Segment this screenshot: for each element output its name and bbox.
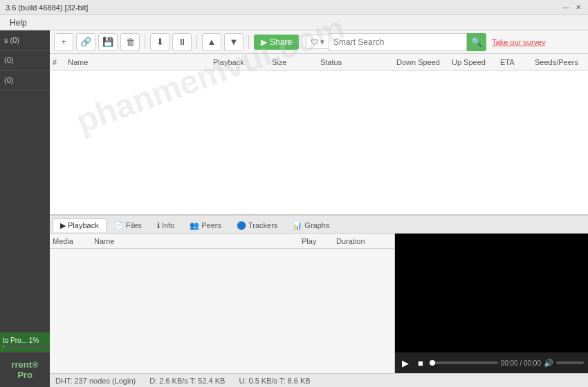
menu-bar: Help: [0, 15, 588, 30]
content-area: + 🔗 💾 🗑 ⬇ ⏸ ▲ ▼: [50, 30, 588, 387]
tab-playback[interactable]: ▶ Playback: [53, 218, 107, 232]
trackers-tab-icon: 🔵: [237, 221, 246, 230]
brand-name: rrent® Pro: [4, 359, 46, 380]
save-button[interactable]: 💾: [98, 33, 118, 51]
tab-peers[interactable]: 👥 Peers: [182, 218, 229, 232]
pb-col-play: Play: [302, 237, 336, 245]
close-button[interactable]: ✕: [574, 3, 582, 12]
sidebar-torrent-item[interactable]: to Pro... 1%: [0, 332, 50, 352]
peers-tab-icon: 👥: [190, 221, 199, 230]
video-current-time: 00:00 / 00:00: [501, 359, 541, 367]
col-hash: #: [53, 58, 68, 66]
graphs-tab-icon: 📊: [293, 221, 302, 230]
graphs-tab-label: Graphs: [304, 221, 329, 229]
status-up: U: 0.5 KB/s T: 8.6 KB: [239, 377, 310, 385]
delete-button[interactable]: 🗑: [120, 33, 140, 51]
toolbar-divider-1: [145, 35, 145, 49]
playback-left-panel: Media Name Play Duration: [50, 234, 394, 373]
main-layout: s (0) (0) (0) to Pro... 1% rrent® Pro + …: [0, 30, 588, 387]
pb-col-name: Name: [94, 237, 302, 245]
col-downspeed: Down Speed: [396, 58, 452, 66]
sidebar-item-2[interactable]: (0): [0, 70, 50, 91]
toolbar-divider-2: [196, 35, 197, 49]
playback-tab-label: Playback: [68, 221, 99, 229]
bottom-panel: ▶ Playback 📄 Files ℹ Info 👥 Peers 🔵: [50, 214, 588, 373]
status-bar: DHT: 237 nodes (Login) D: 2.6 KB/s T: 52…: [50, 373, 588, 387]
pause-icon: ⏸: [178, 37, 187, 47]
col-upspeed: Up Speed: [452, 58, 500, 66]
move-up-button[interactable]: ▲: [202, 33, 221, 51]
pause-button[interactable]: ⏸: [172, 33, 192, 51]
volume-icon[interactable]: 🔊: [544, 359, 553, 368]
playback-column-headers: Media Name Play Duration: [50, 234, 394, 249]
info-tab-label: Info: [162, 221, 174, 229]
pb-col-duration: Duration: [336, 237, 392, 245]
search-button[interactable]: 🔍: [467, 33, 486, 51]
peers-tab-label: Peers: [201, 221, 221, 229]
share-button[interactable]: ▶ Share: [254, 35, 299, 50]
up-icon: ▲: [208, 37, 217, 47]
tab-files[interactable]: 📄 Files: [107, 218, 149, 232]
search-input[interactable]: [329, 33, 467, 51]
tab-graphs[interactable]: 📊 Graphs: [285, 218, 337, 232]
progress-bar-fill: [3, 346, 3, 348]
down-icon: ▼: [230, 37, 239, 47]
torrent-list[interactable]: [50, 70, 588, 214]
video-controls: ▶ ■ 00:00 / 00:00 🔊: [395, 352, 588, 373]
video-progress-indicator: [430, 360, 435, 366]
delete-icon: 🗑: [126, 37, 135, 47]
column-headers: # Name Playback Size Status Down Speed U…: [50, 54, 588, 70]
tab-content: Media Name Play Duration ▶ ■: [50, 234, 588, 373]
pb-col-media: Media: [53, 237, 94, 245]
link-button[interactable]: 🔗: [76, 33, 95, 51]
files-tab-icon: 📄: [114, 221, 124, 230]
video-progress-bar[interactable]: [430, 361, 498, 364]
share-icon: ▶: [261, 37, 267, 47]
video-screen: [395, 234, 588, 352]
survey-link[interactable]: Take our survey: [492, 38, 546, 46]
title-controls: — ✕: [562, 3, 582, 12]
sidebar-item-0[interactable]: s (0): [0, 30, 50, 50]
sidebar-item-1[interactable]: (0): [0, 50, 50, 70]
video-player: ▶ ■ 00:00 / 00:00 🔊: [394, 234, 588, 373]
torrent-name: to Pro... 1%: [3, 337, 47, 344]
col-size: Size: [272, 58, 320, 66]
tab-trackers[interactable]: 🔵 Trackers: [229, 218, 285, 232]
col-playback: Playback: [213, 58, 272, 66]
sidebar: s (0) (0) (0) to Pro... 1% rrent® Pro: [0, 30, 50, 387]
files-tab-label: Files: [126, 221, 142, 229]
save-icon: 💾: [102, 37, 113, 47]
video-play-button[interactable]: ▶: [399, 358, 412, 368]
tab-info[interactable]: ℹ Info: [149, 218, 182, 232]
download-button[interactable]: ⬇: [150, 33, 169, 51]
info-tab-icon: ℹ: [157, 221, 160, 230]
status-down: D: 2.6 KB/s T: 52.4 KB: [149, 377, 225, 385]
toolbar-divider-3: [248, 35, 249, 49]
status-dht: DHT: 237 nodes (Login): [55, 377, 136, 385]
col-name: Name: [68, 58, 213, 66]
shield-dropdown-icon: ▾: [320, 37, 324, 46]
title-bar: 3.6 (build 46884) [32-bit] — ✕: [0, 0, 588, 15]
shield-icon: 🛡: [311, 38, 318, 46]
link-icon: 🔗: [80, 37, 91, 47]
search-icon: 🔍: [471, 37, 482, 47]
download-icon: ⬇: [156, 37, 164, 47]
playback-tab-icon: ▶: [60, 221, 66, 230]
add-button[interactable]: +: [54, 33, 73, 51]
toolbar: + 🔗 💾 🗑 ⬇ ⏸ ▲ ▼: [50, 30, 588, 54]
search-area: 🛡 ▾ 🔍 Take our survey: [306, 33, 584, 51]
utorrent-branding: rrent® Pro: [0, 352, 50, 387]
minimize-button[interactable]: —: [562, 3, 570, 12]
search-shield[interactable]: 🛡 ▾: [306, 35, 329, 49]
trackers-tab-label: Trackers: [248, 221, 277, 229]
col-seeds-peers: Seeds/Peers: [535, 58, 585, 66]
title-text: 3.6 (build 46884) [32-bit]: [6, 3, 88, 12]
progress-bar-wrap: [3, 346, 47, 348]
move-down-button[interactable]: ▼: [224, 33, 244, 51]
video-stop-button[interactable]: ■: [414, 358, 427, 368]
menu-help[interactable]: Help: [4, 17, 33, 29]
col-eta: ETA: [500, 58, 535, 66]
tab-bar: ▶ Playback 📄 Files ℹ Info 👥 Peers 🔵: [50, 216, 588, 234]
volume-slider[interactable]: [556, 361, 584, 364]
col-status: Status: [320, 58, 396, 66]
